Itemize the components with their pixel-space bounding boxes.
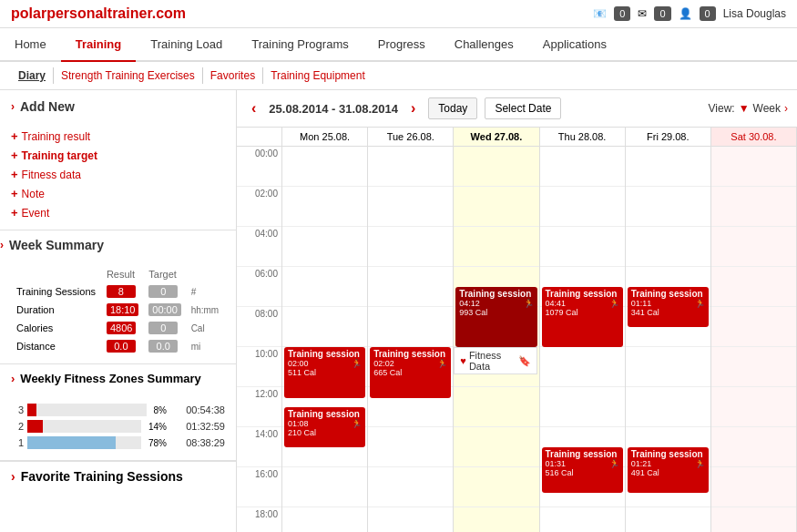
add-new-header[interactable]: › Add New xyxy=(0,90,236,123)
heart-icon: ♥ xyxy=(460,355,466,366)
zone-1-bar xyxy=(27,436,116,449)
col-result: Result xyxy=(103,267,143,281)
zone-3-num: 3 xyxy=(11,404,24,415)
col-label xyxy=(13,267,101,281)
fitness-zones-header[interactable]: › Weekly Fitness Zones Summary xyxy=(0,364,236,393)
event-fri-1[interactable]: Training session 🏃 01:11 341 Cal xyxy=(628,287,709,327)
event-cal: 516 Cal xyxy=(546,468,619,477)
time-1600: 16:00 xyxy=(237,467,281,507)
fitness-data-box[interactable]: ♥ Fitness Data 🔖 xyxy=(454,347,536,374)
row-label-sessions: Training Sessions xyxy=(13,283,101,300)
fitness-data-label: Fitness Data xyxy=(469,350,516,372)
view-mode[interactable]: Week xyxy=(753,102,781,115)
row-target-duration: 00:00 xyxy=(145,302,185,318)
today-button[interactable]: Today xyxy=(428,97,477,119)
fitness-zones-section: › Weekly Fitness Zones Summary 3 8% 00:5… xyxy=(0,364,236,461)
add-new-label: Add New xyxy=(20,99,75,114)
add-event-label: Event xyxy=(22,207,50,220)
bell-icon[interactable]: ✉ xyxy=(638,7,647,20)
col-target: Target xyxy=(145,267,185,281)
envelope-count: 0 xyxy=(614,6,630,21)
event-mon-1[interactable]: Training session 🏃 02:00 511 Cal xyxy=(284,347,365,398)
view-next-icon[interactable]: › xyxy=(784,102,788,115)
row-label-calories: Calories xyxy=(13,320,101,336)
next-week-button[interactable]: › xyxy=(405,98,421,118)
event-tue-1[interactable]: Training session 🏃 02:02 665 Cal xyxy=(370,347,451,398)
logo-suffix: .com xyxy=(152,5,186,21)
row-result-distance: 0.0 xyxy=(103,338,143,354)
event-fri-2[interactable]: Training session 🏃 01:21 491 Cal xyxy=(628,447,709,493)
run-icon: 🏃 xyxy=(524,299,534,308)
zone-row-1: 1 78% 08:38:29 xyxy=(11,436,225,449)
row-label-duration: Duration xyxy=(13,302,101,318)
subnav-favorites[interactable]: Favorites xyxy=(203,67,263,84)
row-unit-calories: Cal xyxy=(188,320,223,336)
main-content: › Add New + Training result + Training t… xyxy=(0,90,797,532)
nav-training[interactable]: Training xyxy=(61,28,137,62)
event-title: Training session xyxy=(288,349,360,359)
header: polarpersonaltrainer.com 📧 0 ✉ 0 👤 0 Lis… xyxy=(0,0,797,28)
add-event[interactable]: + Event xyxy=(11,203,225,222)
nav-training-load[interactable]: Training Load xyxy=(136,28,237,62)
nav-applications[interactable]: Applications xyxy=(528,28,621,62)
run-icon: 🏃 xyxy=(695,459,705,468)
event-time: 01:11 xyxy=(631,299,705,308)
event-thu-2[interactable]: Training session 🏃 01:31 516 Cal xyxy=(542,447,623,493)
nav-progress[interactable]: Progress xyxy=(363,28,440,62)
zone-3-pct: 8% xyxy=(154,405,167,415)
nav-challenges[interactable]: Challenges xyxy=(440,28,528,62)
time-0800: 08:00 xyxy=(237,307,281,347)
event-cal: 511 Cal xyxy=(288,368,362,377)
row-target-distance: 0.0 xyxy=(145,338,185,354)
select-date-button[interactable]: Select Date xyxy=(485,97,561,119)
day-tue: Training session 🏃 02:02 665 Cal xyxy=(368,147,454,532)
fitness-zones-title: Weekly Fitness Zones Summary xyxy=(20,372,200,385)
zone-1-num: 1 xyxy=(11,437,24,448)
time-0000: 00:00 xyxy=(237,147,281,187)
zone-1-time: 08:38:29 xyxy=(170,437,225,448)
event-time: 01:21 xyxy=(631,459,705,468)
zone-1-pct: 78% xyxy=(148,438,167,448)
envelope-icon[interactable]: 📧 xyxy=(593,7,607,20)
event-cal: 993 Cal xyxy=(459,308,533,317)
row-target-sessions: 0 xyxy=(145,283,185,300)
event-cal: 210 Cal xyxy=(288,428,362,437)
plus-icon: + xyxy=(11,129,18,143)
user-icon[interactable]: 👤 xyxy=(679,7,692,20)
event-thu-1[interactable]: Training session 🏃 04:41 1079 Cal xyxy=(542,287,623,347)
favorite-chevron: › xyxy=(11,469,15,484)
event-cal: 665 Cal xyxy=(373,368,447,377)
nav-training-programs[interactable]: Training Programs xyxy=(237,28,363,62)
subnav-strength[interactable]: Strength Training Exercises xyxy=(54,67,203,84)
event-mon-2[interactable]: Training session 🏃 01:08 210 Cal xyxy=(284,407,365,447)
event-time: 02:02 xyxy=(373,359,447,368)
event-wed-1[interactable]: Training session 🏃 04:12 993 Cal xyxy=(455,287,536,347)
add-note[interactable]: + Note xyxy=(11,184,225,203)
run-icon: 🏃 xyxy=(437,359,447,368)
time-0400: 04:00 xyxy=(237,227,281,267)
event-title: Training session xyxy=(288,409,360,419)
add-new-section: › Add New + Training result + Training t… xyxy=(0,90,236,230)
cal-nav: ‹ 25.08.2014 - 31.08.2014 › Today Select… xyxy=(237,90,797,128)
row-result-calories: 4806 xyxy=(103,320,143,336)
nav-home[interactable]: Home xyxy=(0,28,61,62)
favorite-sessions-header[interactable]: › Favorite Training Sessions xyxy=(11,469,225,484)
time-1200: 12:00 xyxy=(237,387,281,427)
subnav-equipment[interactable]: Training Equipment xyxy=(263,67,373,84)
view-dropdown-icon: ▼ xyxy=(739,102,750,115)
add-fitness-data-label: Fitness data xyxy=(22,169,81,181)
time-0600: 06:00 xyxy=(237,267,281,307)
row-target-calories: 0 xyxy=(145,320,185,336)
time-1000: 10:00 xyxy=(237,347,281,387)
add-training-result[interactable]: + Training result xyxy=(11,127,225,146)
zone-3-bar-container xyxy=(27,404,147,416)
subnav-diary[interactable]: Diary xyxy=(11,67,54,84)
day-wed: Training session 🏃 04:12 993 Cal ♥ Fitne… xyxy=(454,147,539,532)
add-training-target[interactable]: + Training target xyxy=(11,146,225,165)
day-fri: Training session 🏃 01:11 341 Cal Trainin… xyxy=(626,147,711,532)
add-fitness-data[interactable]: + Fitness data xyxy=(11,165,225,184)
add-training-result-label: Training result xyxy=(22,130,91,143)
prev-week-button[interactable]: ‹ xyxy=(246,98,261,118)
week-summary-header[interactable]: › Week Summary xyxy=(0,230,236,258)
run-icon: 🏃 xyxy=(352,359,362,368)
